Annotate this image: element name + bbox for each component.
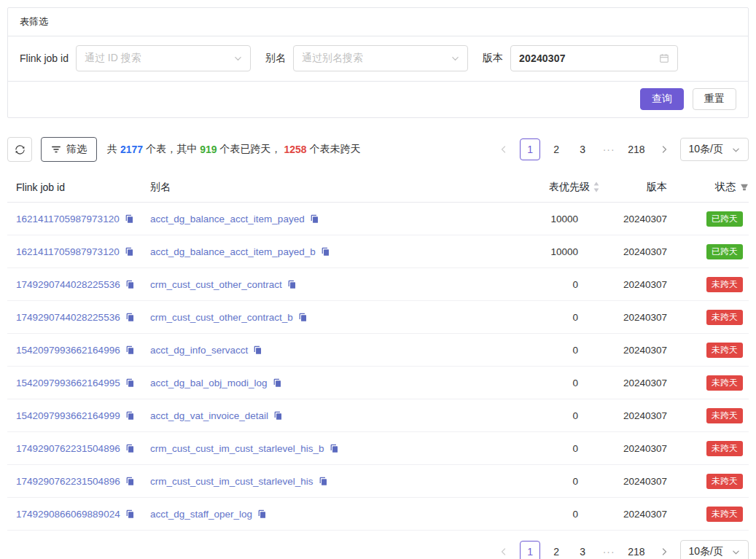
status-cell: 未跨天 <box>667 507 749 522</box>
copy-icon[interactable] <box>253 345 262 355</box>
flink-job-id-link[interactable]: 1621411705987973120 <box>16 246 120 257</box>
alias-link[interactable]: acct_dg_balance_acct_item_payed <box>150 214 305 224</box>
header-status-label: 状态 <box>715 181 736 194</box>
reset-button[interactable]: 重置 <box>693 88 736 110</box>
filter-toggle-label: 筛选 <box>66 143 87 156</box>
version-date-input[interactable]: 20240307 <box>510 45 678 71</box>
copy-icon[interactable] <box>125 477 135 486</box>
pagination-prev-button[interactable] <box>494 541 514 559</box>
pagination-page-2[interactable]: 2 <box>546 541 566 559</box>
header-flink-job-id[interactable]: Flink job id <box>7 181 150 193</box>
pagination-page-218[interactable]: 218 <box>625 541 647 559</box>
filter-toggle-button[interactable]: 筛选 <box>41 137 97 162</box>
page: 表筛选 Flink job id 通过 ID 搜索 别名 通过别名搜索 <box>0 0 756 559</box>
copy-icon[interactable] <box>310 214 319 224</box>
copy-icon[interactable] <box>321 247 330 257</box>
copy-icon[interactable] <box>319 477 328 486</box>
pagination-page-1[interactable]: 1 <box>520 541 540 559</box>
filter-funnel-icon[interactable] <box>740 183 749 192</box>
priority-cell: 0 <box>483 476 600 487</box>
alias-link[interactable]: crm_cust_cust_im_cust_starlevel_his_b <box>150 443 324 454</box>
alias-link[interactable]: acct_dg_balance_acct_item_payed_b <box>150 246 316 257</box>
status-badge: 未跨天 <box>706 408 743 423</box>
alias-link[interactable]: acct_dg_staff_oper_log <box>150 509 252 520</box>
status-badge: 未跨天 <box>706 474 743 489</box>
flink-job-id-link[interactable]: 1542097993662164996 <box>16 345 120 356</box>
copy-icon[interactable] <box>125 411 135 421</box>
pagination-page-218[interactable]: 218 <box>625 138 647 160</box>
alias-link[interactable]: crm_cust_cust_im_cust_starlevel_his <box>150 476 313 487</box>
copy-icon[interactable] <box>125 313 135 322</box>
table-row: 1749290744028225536 crm_cust_cust_other_… <box>7 301 749 334</box>
copy-icon[interactable] <box>125 378 135 388</box>
copy-icon[interactable] <box>273 378 282 388</box>
copy-icon[interactable] <box>125 345 135 355</box>
pagination-page-2[interactable]: 2 <box>546 138 566 160</box>
copy-icon[interactable] <box>330 444 339 453</box>
alias-cell: acct_dg_staff_oper_log <box>150 509 483 520</box>
copy-icon[interactable] <box>125 509 135 519</box>
version-cell: 20240307 <box>600 443 667 454</box>
table-header-row: Flink job id 别名 表优先级 版本 状态 <box>7 172 749 203</box>
header-alias[interactable]: 别名 <box>150 181 483 194</box>
query-button[interactable]: 查询 <box>640 88 684 110</box>
sort-icon[interactable] <box>593 180 600 194</box>
status-badge: 未跨天 <box>706 507 743 522</box>
alias-select[interactable]: 通过别名搜索 <box>293 45 468 71</box>
pagination-ellipsis[interactable]: ··· <box>599 541 619 559</box>
alias-field: 别名 通过别名搜索 <box>265 45 468 71</box>
flink-job-id-link[interactable]: 1542097993662164995 <box>16 378 120 388</box>
pagination-next-button[interactable] <box>654 541 674 559</box>
status-badge: 未跨天 <box>706 343 743 358</box>
page-size-select[interactable]: 10条/页 <box>680 540 749 559</box>
pagination-ellipsis[interactable]: ··· <box>599 138 619 160</box>
copy-icon[interactable] <box>298 313 308 322</box>
copy-icon[interactable] <box>125 247 134 257</box>
flink-job-id-link[interactable]: 1749290744028225536 <box>16 279 120 290</box>
filter-card-title: 表筛选 <box>8 8 748 36</box>
copy-icon[interactable] <box>273 411 283 421</box>
alias-link[interactable]: acct_dg_bal_obj_modi_log <box>150 378 268 388</box>
copy-icon[interactable] <box>125 444 135 453</box>
alias-link[interactable]: acct_dg_info_servacct <box>150 345 248 356</box>
pagination-page-1[interactable]: 1 <box>520 138 540 160</box>
pagination-page-3[interactable]: 3 <box>572 138 593 160</box>
page-size-select[interactable]: 10条/页 <box>680 138 749 161</box>
version-cell: 20240307 <box>600 410 667 421</box>
header-priority-label: 表优先级 <box>549 181 590 194</box>
flink-job-id-link[interactable]: 1542097993662164999 <box>16 410 120 421</box>
pagination-prev-button[interactable] <box>494 138 514 160</box>
flink-job-id-link[interactable]: 1749290866069889024 <box>16 509 120 520</box>
copy-icon[interactable] <box>257 509 267 519</box>
table-row: 1749290866069889024 acct_dg_staff_oper_l… <box>7 498 749 531</box>
pagination-page-3[interactable]: 3 <box>572 541 593 559</box>
flink-job-id-link[interactable]: 1621411705987973120 <box>16 214 120 224</box>
flink-job-id-link[interactable]: 1749290762231504896 <box>16 476 120 487</box>
data-table: Flink job id 别名 表优先级 版本 状态 1621411705987… <box>7 172 749 531</box>
priority-cell: 0 <box>483 509 600 520</box>
summary-mid1: 个表，其中 <box>146 143 197 156</box>
pagination-next-button[interactable] <box>654 138 674 160</box>
chevron-down-icon <box>732 548 740 556</box>
header-version[interactable]: 版本 <box>600 181 667 194</box>
alias-link[interactable]: crm_cust_cust_other_contract <box>150 279 282 290</box>
flink-job-id-cell: 1542097993662164996 <box>7 345 150 356</box>
alias-link[interactable]: crm_cust_cust_other_contract_b <box>150 312 293 323</box>
flink-job-id-link[interactable]: 1749290762231504896 <box>16 443 120 454</box>
refresh-button[interactable] <box>7 137 32 162</box>
header-status[interactable]: 状态 <box>667 181 749 194</box>
alias-cell: acct_dg_balance_acct_item_payed <box>150 214 483 224</box>
header-priority[interactable]: 表优先级 <box>483 180 600 194</box>
flink-job-id-select[interactable]: 通过 ID 搜索 <box>76 45 251 71</box>
copy-icon[interactable] <box>287 280 297 289</box>
alias-cell: acct_dg_bal_obj_modi_log <box>150 378 483 388</box>
version-cell: 20240307 <box>600 312 667 323</box>
version-cell: 20240307 <box>600 279 667 290</box>
copy-icon[interactable] <box>125 214 134 224</box>
flink-job-id-cell: 1542097993662164995 <box>7 378 150 388</box>
flink-job-id-link[interactable]: 1749290744028225536 <box>16 312 120 323</box>
copy-icon[interactable] <box>125 280 135 289</box>
priority-cell: 0 <box>483 410 600 421</box>
alias-link[interactable]: acct_dg_vat_invoice_detail <box>150 410 268 421</box>
pagination-bottom: 123···21810条/页 <box>494 540 749 559</box>
